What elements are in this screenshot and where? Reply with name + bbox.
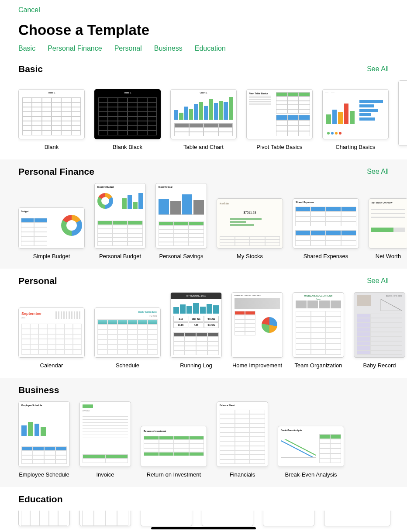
thumb-title: INVOICE [83, 410, 90, 412]
template-label: Shared Expenses [304, 253, 348, 259]
thumb-title: Return on Investment [144, 430, 166, 432]
template-invoice[interactable]: INVOICE Invoice [79, 401, 131, 478]
template-label: Team Organization [294, 362, 342, 369]
tab-basic[interactable]: Basic [18, 45, 35, 52]
template-label: Simple Budget [33, 253, 70, 259]
template-table-and-chart[interactable]: Chart 1 Table and Chart [170, 89, 237, 150]
thumb-year: 2024 [21, 317, 25, 319]
template-employee-schedule[interactable]: Employee Schedule Employee Schedule [18, 401, 70, 478]
section-title-personal-finance: Personal Finance [18, 166, 94, 177]
stat: 28m 40s [189, 316, 204, 322]
thumb-title: Chart 1 [171, 91, 236, 94]
template-schedule[interactable]: Daily Schedule Fall 2024 Schedule [94, 307, 161, 369]
template-team-organization[interactable]: WILDCATS SOCCER TEAM Roster Team Organiz… [293, 292, 344, 369]
template-home-improvement[interactable]: REMODEL · PROJECT BUDGET Home Improvemen… [231, 292, 283, 369]
template-label: Calendar [40, 362, 63, 369]
template-pivot-table-basics[interactable]: Pivot Table Basics Pivot Table Basics [246, 89, 313, 150]
template-my-stocks[interactable]: Portfolio $7511.28 My Stocks [217, 198, 283, 259]
section-basic: Basic See All Table 1 Blank Table 1 Blan… [0, 57, 407, 159]
template-label: Pivot Table Basics [256, 144, 302, 150]
see-all-basic[interactable]: See All [367, 65, 389, 73]
template-shared-expenses[interactable]: Shared Expenses Shared Expenses [293, 198, 359, 259]
stat: 4.35 [189, 322, 204, 328]
template-personal-savings[interactable]: Monthly Goal Personal Savings [155, 183, 207, 259]
template-label: Return on Investment [147, 471, 201, 478]
tab-education[interactable]: Education [195, 45, 226, 52]
template-personal-budget[interactable]: Monthly Budget Personal Budget [94, 183, 146, 259]
stat: 3.19 [173, 316, 188, 322]
cancel-button[interactable]: Cancel [18, 6, 40, 14]
template-label: Schedule [116, 362, 139, 369]
thumb-title: WILDCATS SOCCER TEAM [293, 294, 344, 297]
see-all-personal[interactable]: See All [367, 277, 389, 285]
template-label: Home Improvement [232, 362, 282, 369]
template-grade-book[interactable]: Grade Book – 3rd Period English [79, 511, 131, 531]
section-personal: Personal See All September 2024 Calendar… [0, 269, 407, 378]
section-title-basic: Basic [18, 64, 43, 74]
template-label: Financials [230, 471, 255, 478]
thumb-title: Shared Expenses [296, 201, 314, 204]
thumb-title: Table 1 [19, 91, 84, 94]
template-partial[interactable] [398, 80, 407, 150]
thumb-title: Table 1 [95, 91, 160, 94]
template-label: Personal Savings [159, 253, 203, 259]
thumb-title: REMODEL · PROJECT BUDGET [235, 294, 261, 297]
thumb-title: MY RUNNING LOG [171, 293, 221, 299]
template-financials[interactable]: Balance Sheet Financials [217, 401, 268, 478]
section-title-business: Business [18, 385, 59, 395]
template-blank-black[interactable]: Table 1 Blank Black [94, 89, 161, 150]
stat: 6m 54s [204, 322, 219, 328]
thumb-title: Net Worth Overview [372, 201, 392, 204]
template-net-worth[interactable]: Net Worth Overview Net Worth [369, 198, 407, 259]
template-label: Running Log [180, 362, 212, 369]
template-attendance-sheet[interactable]: Attendance Sheet — October 2024 [18, 511, 70, 531]
thumb-value: $7511.28 [217, 211, 283, 214]
thumb-title: Employee Schedule [21, 404, 42, 407]
template-running-log[interactable]: MY RUNNING LOG 3.19 28m 40s 9m 21s 31.85… [170, 292, 222, 369]
template-charting-basics[interactable]: ———— Charting Basics [322, 89, 389, 150]
template-correlation-project[interactable]: Correlation Project [263, 511, 314, 531]
template-label: My Stocks [237, 253, 263, 259]
template-simple-budget[interactable]: Budget Simple Budget [18, 207, 85, 259]
thumb-title: Portfolio [220, 202, 229, 205]
template-school-year[interactable]: 2024-2025 School Year [324, 511, 390, 531]
template-label: Invoice [96, 471, 114, 478]
template-label: Table and Chart [183, 144, 224, 150]
thumb-title: Break-Even Analysis [281, 429, 302, 432]
thumb-title: Monthly Goal [159, 186, 172, 188]
section-title-personal: Personal [18, 276, 57, 286]
template-baby-record[interactable]: Baby's First Year Baby Record [354, 292, 405, 369]
tab-personal-finance[interactable]: Personal Finance [48, 45, 102, 52]
thumb-title: Balance Sheet [220, 404, 235, 407]
thumb-sub: Roster [293, 298, 344, 300]
page-title: Choose a Template [18, 22, 389, 38]
section-personal-finance: Personal Finance See All Budget Simple B… [0, 159, 407, 269]
thumb-title: September [21, 311, 42, 316]
template-label: Blank [45, 144, 59, 150]
tab-personal[interactable]: Personal [114, 45, 142, 52]
thumb-title: Pivot Table Basics [249, 92, 271, 95]
section-title-education: Education [18, 494, 63, 504]
template-break-even-analysis[interactable]: Break-Even Analysis Break-Even Analysis [278, 426, 344, 478]
template-label: Break-Even Analysis [285, 471, 337, 478]
thumb-title: Monthly Budget [97, 186, 114, 188]
template-blank[interactable]: Table 1 Blank [18, 89, 85, 150]
template-label: Baby Record [363, 362, 396, 369]
template-calendar[interactable]: September 2024 Calendar [18, 307, 85, 369]
template-label: Charting Basics [335, 144, 375, 150]
template-return-on-investment[interactable]: Return on Investment Return on Investmen… [141, 426, 207, 478]
tab-business[interactable]: Business [154, 45, 183, 52]
thumb-sub: Fall 2024 [150, 315, 157, 317]
home-indicator[interactable] [151, 527, 256, 529]
section-business: Business Employee Schedule Employee Sche… [0, 378, 407, 487]
template-label: Employee Schedule [19, 471, 69, 478]
see-all-personal-finance[interactable]: See All [367, 168, 389, 176]
category-tabs: Basic Personal Finance Personal Business… [18, 45, 389, 57]
stat: 31.85 [173, 322, 188, 328]
thumb-title: Baby's First Year [386, 294, 402, 297]
template-label: Blank Black [113, 144, 142, 150]
section-education: Education Attendance Sheet — October 202… [0, 487, 407, 531]
thumb-title: Budget [21, 210, 28, 213]
template-label: Net Worth [376, 253, 401, 259]
stat: 9m 21s [204, 316, 219, 322]
